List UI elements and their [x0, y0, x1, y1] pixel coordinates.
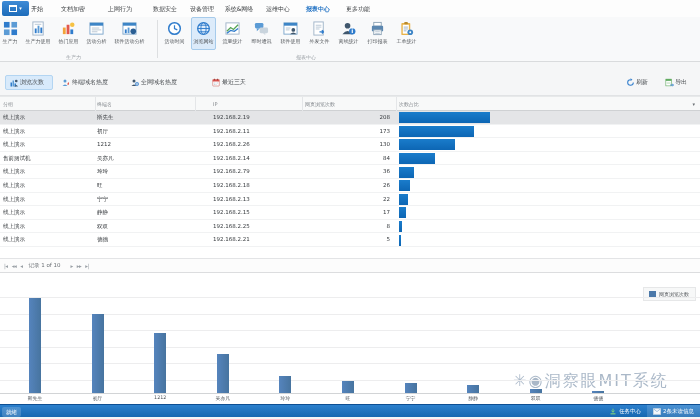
unread-messages-button[interactable]: 2条未读信息	[647, 405, 700, 417]
pager-next-page-button[interactable]: ▸▸	[77, 263, 82, 269]
task-center-button[interactable]: 任务中心	[603, 405, 647, 417]
ribbon-item-label: 活动分析	[87, 38, 107, 44]
ribbon-item-clipboard[interactable]: 工单统计	[394, 17, 419, 50]
column-header-label: IP	[196, 101, 218, 107]
ribbon-item-label: 生产力使用	[26, 38, 51, 44]
column-header-2[interactable]: 终端名	[96, 97, 196, 111]
column-filter-dropdown-icon[interactable]: ▾	[689, 101, 695, 107]
record-pager: |◂ ◂◂ ◂ 记录 1 of 10 ▸ ▸▸ ▸|	[0, 258, 700, 272]
cell-group: 线上演示	[0, 220, 96, 234]
column-header-5[interactable]: 次数占比▾	[397, 97, 700, 111]
menu-tab-4[interactable]: 数据安全	[153, 0, 177, 17]
pager-prev-button[interactable]: ◂	[20, 263, 22, 269]
chart-bar[interactable]	[279, 376, 291, 393]
ribbon-item-person-info[interactable]: i离线统计	[336, 17, 361, 50]
ribbon-item-globe[interactable]: 浏览网站	[191, 17, 216, 50]
menu-tab-9[interactable]: 更多功能	[346, 0, 370, 17]
ribbon-item-hot-apps[interactable]: 热门应用	[56, 17, 81, 50]
menu-tab-7[interactable]: 运维中心	[266, 0, 290, 17]
pager-next-button[interactable]: ▸	[70, 263, 72, 269]
toolbar-left-buttons: 浏览次数终端域名热度全网域名热度最近三天	[0, 75, 400, 91]
chart-bar[interactable]	[217, 354, 229, 393]
cell-count: 8	[303, 220, 390, 234]
ribbon-item-chat[interactable]: 即时通讯	[249, 17, 274, 50]
chart-bar[interactable]	[342, 381, 354, 393]
globe-icon	[196, 21, 211, 36]
ribbon-item-window-person[interactable]: 软件使用	[278, 17, 303, 50]
count-ratio-bar	[399, 167, 415, 178]
ribbon-item-doc-arrow[interactable]: 外发文件	[307, 17, 332, 50]
column-header-4[interactable]: 网页浏览次数	[303, 97, 397, 111]
legend-label: 网页浏览次数	[659, 291, 689, 297]
pager-prev-page-button[interactable]: ◂◂	[12, 263, 17, 269]
chart-category-label: 玲玲	[254, 395, 316, 401]
ribbon-item-line-chart[interactable]: 流量统计	[220, 17, 245, 50]
toolbar-button-export[interactable]: 导出	[660, 75, 692, 90]
table-header-row: 分组终端名IP网页浏览次数次数占比▾	[0, 96, 700, 111]
toolbar-button-calendar[interactable]: 最近三天	[207, 75, 253, 90]
chart-category-label: 初厅	[67, 395, 129, 401]
ribbon-group-label: 生产力	[0, 54, 147, 60]
menu-tab-5[interactable]: 设备管理	[190, 0, 214, 17]
ribbon-item-window-lines[interactable]: 活动分析	[84, 17, 109, 50]
chart-bar[interactable]	[405, 383, 417, 393]
table-row[interactable]: 线上演示斯先生192.168.2.19208	[0, 111, 700, 125]
pager-first-button[interactable]: |◂	[4, 263, 8, 269]
cell-name: 吴亦凡	[96, 152, 196, 166]
ribbon-item-grid[interactable]: 生产力	[0, 17, 20, 50]
table-row[interactable]: 线上演示玲玲192.168.2.7936	[0, 165, 700, 179]
column-header-label: 网页浏览次数	[303, 101, 335, 107]
table-row[interactable]: 线上演示静静192.168.2.1517	[0, 206, 700, 220]
table-row[interactable]: 线上演示旺192.168.2.1826	[0, 179, 700, 193]
table-row[interactable]: 线上演示双双192.168.2.258	[0, 220, 700, 234]
toolbar-button-person-heat[interactable]: 终端域名热度	[57, 75, 121, 90]
cell-group: 线上演示	[0, 125, 96, 139]
ribbon-item-label: 软件使用	[281, 38, 301, 44]
chart-bar[interactable]	[467, 385, 479, 393]
toolbar-right-buttons: 刷新导出	[621, 75, 692, 90]
menu-tab-6[interactable]: 系统&网络	[225, 0, 254, 17]
table-row[interactable]: 线上演示1212192.168.2.26130	[0, 138, 700, 152]
pager-last-button[interactable]: ▸|	[85, 263, 89, 269]
column-header-3[interactable]: IP	[196, 97, 303, 111]
menu-tab-8[interactable]: 报表中心	[306, 0, 330, 17]
chart-gridline	[0, 347, 700, 348]
toolbar-button-bars-person[interactable]: 浏览次数	[5, 75, 53, 90]
chart-category-label: 宁宁	[380, 395, 442, 401]
cell-ip: 192.168.2.19	[196, 111, 303, 125]
chart-bar[interactable]	[530, 389, 542, 393]
hot-apps-icon	[61, 21, 76, 36]
toolbar-button-refresh[interactable]: 刷新	[621, 75, 653, 90]
ribbon-item-window-chart[interactable]: 软件活动分析	[112, 17, 147, 50]
cell-ip: 192.168.2.18	[196, 179, 303, 193]
cell-group: 线上演示	[0, 179, 96, 193]
table-row[interactable]: 线上演示宁宁192.168.2.1322	[0, 193, 700, 207]
menu-tab-1[interactable]: 开始	[31, 0, 43, 17]
report-table: 分组终端名IP网页浏览次数次数占比▾ 线上演示斯先生192.168.2.1920…	[0, 96, 700, 258]
ribbon-item-doc-chart[interactable]: 生产力使用	[23, 17, 53, 50]
chart-bar[interactable]	[29, 298, 41, 394]
ribbon-item-label: 浏览网站	[194, 38, 214, 44]
ribbon-item-clock[interactable]: 活动时间	[162, 17, 187, 50]
table-row[interactable]: 线上演示德德192.168.2.215	[0, 233, 700, 247]
chart-bar[interactable]	[92, 314, 104, 393]
ribbon-item-printer[interactable]: 打印报表	[365, 17, 390, 50]
chart-bar[interactable]	[154, 333, 166, 393]
cell-count: 84	[303, 152, 390, 166]
svg-text:i: i	[351, 27, 353, 34]
toolbar-button-globe-heat[interactable]: 全网域名热度	[126, 75, 190, 90]
menu-bar: ▾ 开始文档加密上网行为数据安全设备管理系统&网络运维中心报表中心更多功能	[0, 0, 700, 17]
table-row[interactable]: 售前测试机吴亦凡192.168.2.1484	[0, 152, 700, 166]
column-header-1[interactable]: 分组	[0, 97, 96, 111]
chart-bar[interactable]	[592, 391, 604, 393]
menu-tab-2[interactable]: 文档加密	[61, 0, 85, 17]
menu-tab-3[interactable]: 上网行为	[108, 0, 132, 17]
cell-count: 22	[303, 193, 390, 207]
ribbon-item-label: 活动时间	[165, 38, 185, 44]
table-row[interactable]: 线上演示初厅192.168.2.11173	[0, 125, 700, 139]
count-ratio-bar	[399, 194, 409, 205]
chart-category-label: 斯先生	[4, 395, 66, 401]
cell-name: 双双	[96, 220, 196, 234]
printer-icon	[370, 21, 385, 36]
cell-count: 130	[303, 138, 390, 152]
